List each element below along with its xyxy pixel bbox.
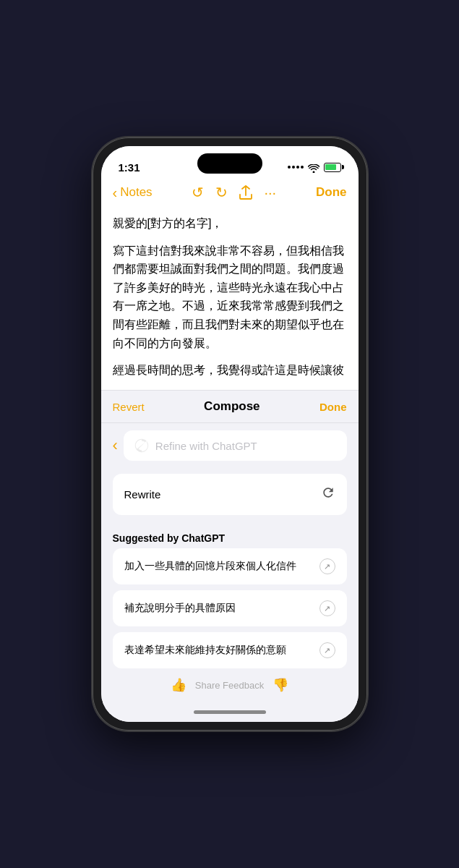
search-back-button[interactable]: ‹ [113, 436, 118, 455]
battery-fill [325, 164, 336, 170]
note-content: 親愛的[對方的名字]， 寫下這封信對我來說非常不容易，但我相信我們都需要坦誠面對… [101, 207, 359, 390]
chatgpt-icon [134, 438, 150, 454]
options-list: Rewrite [101, 468, 359, 527]
note-paragraph2: 經過長時間的思考，我覺得或許這是時候讓彼 [113, 361, 347, 380]
chevron-left-icon: ‹ [113, 184, 118, 201]
dynamic-island [197, 153, 262, 174]
phone-screen: 1:31 [101, 146, 359, 722]
suggested-item-2[interactable]: 表達希望未來能維持友好關係的意願 ↗ [113, 632, 347, 668]
suggested-item-1[interactable]: 補充說明分手的具體原因 ↗ [113, 590, 347, 626]
rewrite-icon [321, 485, 335, 503]
signal-icon [288, 166, 304, 169]
wifi-icon [308, 163, 319, 171]
status-time: 1:31 [119, 161, 140, 174]
revert-button[interactable]: Revert [113, 401, 145, 413]
note-greeting: 親愛的[對方的名字]， [113, 214, 347, 233]
suggested-text-0: 加入一些具體的回憶片段來個人化信件 [124, 560, 319, 573]
compose-panel: Revert Compose Done ‹ Refine with ChatGP… [101, 390, 359, 722]
home-bar [194, 710, 266, 714]
arrow-icon-0: ↗ [319, 558, 335, 574]
search-placeholder: Refine with ChatGPT [155, 440, 257, 452]
rewrite-label: Rewrite [124, 488, 161, 501]
suggested-text-1: 補充說明分手的具體原因 [124, 602, 319, 615]
back-button[interactable]: ‹ Notes [113, 184, 153, 201]
arrow-icon-2: ↗ [319, 642, 335, 658]
compose-header: Revert Compose Done [101, 391, 359, 423]
nav-bar: ‹ Notes ↺ ↻ ··· Done [101, 178, 359, 207]
thumbs-up-icon[interactable]: 👍 [171, 677, 186, 693]
home-indicator [101, 702, 359, 722]
back-label: Notes [120, 185, 152, 200]
suggested-text-2: 表達希望未來能維持友好關係的意願 [124, 644, 319, 657]
note-paragraph1: 寫下這封信對我來說非常不容易，但我相信我們都需要坦誠面對我們之間的問題。我們度過… [113, 242, 347, 353]
feedback-label: Share Feedback [195, 680, 264, 691]
nav-done-button[interactable]: Done [316, 185, 347, 200]
suggested-item-0[interactable]: 加入一些具體的回憶片段來個人化信件 ↗ [113, 548, 347, 584]
status-right [288, 163, 341, 172]
share-icon[interactable] [239, 185, 252, 200]
nav-icons: ↺ ↻ ··· [192, 184, 276, 201]
search-bar[interactable]: Refine with ChatGPT [124, 430, 347, 461]
thumbs-down-icon[interactable]: 👎 [273, 677, 288, 693]
more-icon[interactable]: ··· [264, 184, 276, 201]
suggested-list: 加入一些具體的回憶片段來個人化信件 ↗ 補充說明分手的具體原因 ↗ 表達希望未來… [101, 548, 359, 668]
arrow-icon-1: ↗ [319, 600, 335, 616]
redo-icon[interactable]: ↻ [215, 184, 228, 201]
feedback-row: 👍 Share Feedback 👎 [101, 668, 359, 702]
phone-frame: 1:31 [93, 137, 367, 731]
suggested-header: Suggested by ChatGPT [101, 527, 359, 548]
battery-icon [324, 163, 341, 172]
undo-icon[interactable]: ↺ [192, 184, 204, 201]
compose-title: Compose [204, 399, 259, 414]
rewrite-option[interactable]: Rewrite [113, 474, 347, 515]
search-bar-row: ‹ Refine with ChatGPT [101, 423, 359, 468]
compose-done-button[interactable]: Done [319, 401, 347, 413]
